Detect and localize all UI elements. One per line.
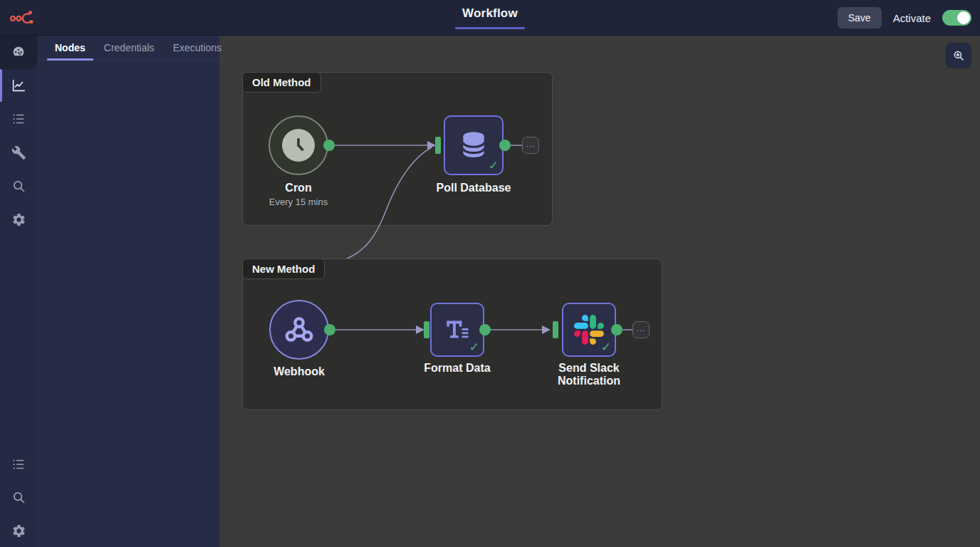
webhook-output-connector[interactable]	[324, 324, 335, 335]
clock-icon	[282, 129, 315, 162]
sidebar-item-search[interactable]	[0, 170, 37, 202]
text-format-icon	[442, 315, 472, 345]
settings-gear-icon	[11, 523, 26, 538]
node-label-poll-database: Poll Database	[417, 182, 531, 194]
checklist-icon	[11, 111, 26, 127]
sidebar-item-list[interactable]	[0, 103, 37, 135]
save-button[interactable]: Save	[838, 7, 882, 28]
sidebar-item-search-bottom[interactable]	[0, 481, 37, 514]
zoom-in-button[interactable]	[946, 43, 971, 68]
tab-nodes[interactable]: Nodes	[47, 36, 93, 60]
node-cron[interactable]	[269, 115, 328, 175]
search-icon	[11, 490, 26, 505]
settings-gear-icon	[11, 212, 26, 227]
activate-toggle[interactable]	[942, 10, 971, 26]
success-check-icon: ✓	[601, 340, 611, 355]
node-send-slack[interactable]: ✓	[562, 303, 616, 357]
success-check-icon: ✓	[489, 158, 499, 173]
format-data-input-connector[interactable]	[424, 321, 429, 338]
zoom-in-icon	[952, 49, 965, 62]
slack-icon	[574, 315, 604, 345]
sidebar-item-dashboard[interactable]	[0, 36, 37, 68]
node-webhook[interactable]	[269, 300, 329, 360]
poll-database-input-connector[interactable]	[435, 137, 441, 154]
slack-input-connector[interactable]	[553, 321, 558, 338]
node-poll-database[interactable]: ✓	[444, 115, 504, 175]
tab-executions[interactable]: Executions	[165, 36, 229, 60]
analytics-chart-icon	[11, 78, 26, 93]
poll-database-output-connector[interactable]	[499, 140, 511, 151]
success-check-icon: ✓	[469, 340, 479, 355]
group-new-method-label[interactable]: New Method	[242, 259, 325, 279]
slack-output-connector[interactable]	[611, 324, 622, 335]
format-data-output-connector[interactable]	[479, 324, 491, 335]
tab-credentials[interactable]: Credentials	[96, 36, 162, 60]
wrench-icon	[11, 145, 26, 160]
group-old-method-label[interactable]: Old Method	[242, 72, 321, 93]
search-icon	[11, 179, 26, 194]
activate-label: Activate	[893, 12, 931, 24]
title-underline	[455, 27, 525, 29]
node-label-cron: Cron	[241, 182, 355, 194]
sidebar-item-settings[interactable]	[0, 203, 37, 236]
dashboard-gauge-icon	[11, 44, 26, 60]
page-title: Workflow	[462, 6, 518, 21]
node-sublabel-cron: Every 15 mins	[241, 197, 355, 207]
slack-more-button[interactable]: ...	[632, 321, 650, 338]
node-label-send-slack: Send Slack Notification	[543, 362, 635, 387]
icon-sidebar	[0, 36, 37, 547]
sidebar-item-workflows[interactable]	[0, 69, 37, 102]
node-panel: Nodes Credentials Executions	[37, 36, 219, 547]
app-logo-icon[interactable]	[9, 6, 33, 28]
poll-database-more-button[interactable]: ...	[522, 137, 539, 154]
cron-output-connector[interactable]	[323, 140, 335, 151]
node-label-format-data: Format Data	[400, 362, 514, 375]
webhook-icon	[283, 314, 315, 345]
toggle-knob	[957, 11, 970, 24]
top-bar: Workflow Save Activate	[0, 0, 980, 36]
node-format-data[interactable]: ✓	[430, 303, 484, 357]
sidebar-item-templates[interactable]	[0, 448, 37, 481]
sidebar-item-settings-bottom[interactable]	[0, 514, 37, 547]
checklist-icon	[11, 457, 26, 472]
sidebar-item-tools[interactable]	[0, 136, 37, 169]
panel-tabs: Nodes Credentials Executions	[37, 36, 219, 61]
database-icon	[457, 129, 490, 162]
node-label-webhook: Webhook	[242, 365, 356, 378]
